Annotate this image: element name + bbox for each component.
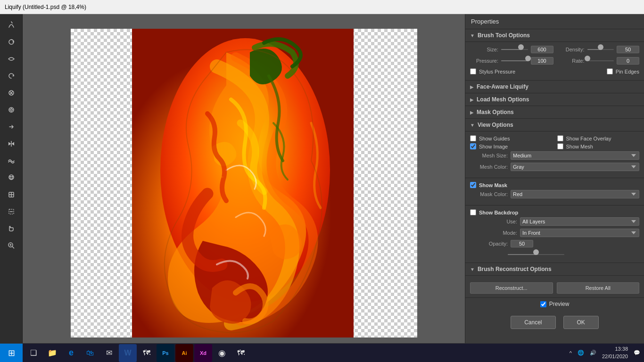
app-body: 🔲 18,4% ▼ Doc: 24,9M/19,5M Properties ▼ … [0, 14, 644, 362]
bloat-tool[interactable] [3, 102, 19, 118]
preview-checkbox[interactable] [540, 301, 546, 307]
twirl-clockwise-tool[interactable] [3, 68, 19, 84]
show-backdrop-label: Show Backdrop [479, 210, 518, 215]
canvas-background [71, 29, 417, 337]
stylus-pressure-row: Stylus Pressure [470, 68, 553, 74]
forward-warp-tool[interactable] [3, 17, 19, 33]
brush-reconstruct-header[interactable]: ▼ Brush Reconstruct Options [465, 263, 644, 276]
show-mask-checkbox[interactable] [470, 182, 476, 188]
properties-title: Properties [465, 14, 644, 29]
hand-tool[interactable] [3, 221, 19, 237]
mask-color-label: Mask Color: [470, 191, 508, 197]
view-options-header[interactable]: ▼ View Options [465, 119, 644, 132]
show-face-overlay-label: Show Face Overlay [566, 136, 611, 141]
show-face-overlay-checkbox[interactable] [557, 135, 563, 141]
size-label: Size: [470, 47, 498, 52]
maps2-button[interactable]: 🗺 [232, 344, 250, 362]
mesh-color-row: Mesh Color: Red Green Blue Gray Black Wh… [470, 163, 639, 171]
show-backdrop-row: Show Backdrop [470, 209, 639, 215]
mode-select[interactable]: In Front Behind [520, 229, 639, 237]
pucker-tool[interactable] [3, 85, 19, 101]
canvas-container[interactable] [23, 14, 465, 352]
cancel-button[interactable]: Cancel [511, 316, 555, 329]
face-aware-title: Face-Aware Liquify [477, 83, 528, 90]
left-toolbar [0, 14, 23, 362]
use-row: Use: All Layers Current Layer [479, 217, 639, 226]
show-image-checkbox[interactable] [470, 143, 476, 149]
opacity-label: Opacity: [479, 241, 508, 247]
freeze-mask-tool[interactable] [3, 187, 19, 203]
smooth-tool[interactable] [3, 51, 19, 67]
turbulence-tool[interactable] [3, 153, 19, 169]
file-explorer-button[interactable]: 📁 [43, 344, 61, 362]
show-image-label: Show Image [479, 144, 508, 149]
thaw-mask-tool[interactable] [3, 204, 19, 220]
face-tool[interactable] [3, 170, 19, 186]
mask-options-header[interactable]: ▶ Mask Options [465, 106, 644, 119]
chrome-button[interactable]: ◉ [213, 344, 231, 362]
mesh-size-select[interactable]: Small Medium Large [511, 151, 639, 160]
face-aware-liquify-header[interactable]: ▶ Face-Aware Liquify [465, 81, 644, 93]
reconstruct-tool[interactable] [3, 34, 19, 50]
pin-edges-checkbox[interactable] [607, 68, 613, 74]
ok-button[interactable]: OK [563, 316, 599, 329]
view-options-body: Show Guides Show Face Overlay Show Image… [465, 132, 644, 178]
show-mesh-row: Show Mesh [557, 143, 640, 149]
reconstruct-button[interactable]: Reconstruct... [470, 282, 553, 294]
size-slider[interactable] [501, 46, 528, 53]
show-backdrop-checkbox[interactable] [470, 209, 476, 215]
opacity-slider[interactable] [508, 251, 564, 258]
pressure-label: Pressure: [470, 58, 498, 64]
notification-icon[interactable]: 💬 [634, 350, 640, 356]
mirror-tool[interactable] [3, 136, 19, 152]
mask-color-select[interactable]: Red Green Blue Yellow White [511, 190, 639, 198]
store-button[interactable]: 🛍 [81, 344, 99, 362]
pressure-slider[interactable] [501, 58, 528, 64]
maps-button[interactable]: 🗺 [138, 344, 156, 362]
use-label: Use: [479, 219, 517, 224]
mesh-color-select[interactable]: Red Green Blue Gray Black White [511, 163, 639, 171]
rate-value[interactable] [617, 57, 639, 65]
face-aware-arrow: ▶ [470, 84, 474, 90]
brush-tool-options-header[interactable]: ▼ Brush Tool Options [465, 29, 644, 42]
zoom-tool[interactable] [3, 238, 19, 254]
size-value[interactable] [531, 46, 553, 53]
mesh-color-label: Mesh Color: [470, 164, 508, 170]
density-slider[interactable] [587, 46, 614, 53]
canvas-image [132, 29, 354, 337]
opacity-value[interactable] [511, 240, 533, 247]
show-mask-label: Show Mask [479, 182, 507, 188]
load-mesh-arrow: ▶ [470, 97, 474, 102]
system-tray-chevron[interactable]: ^ [570, 350, 572, 356]
view-options-arrow: ▼ [470, 123, 475, 128]
taskbar-time: 13:38 22/01/2020 [602, 346, 628, 360]
mail-button[interactable]: ✉ [100, 344, 118, 362]
pressure-value[interactable] [531, 57, 553, 65]
show-guides-checkbox[interactable] [470, 135, 476, 141]
date-display: 22/01/2020 [602, 353, 628, 360]
photoshop-button[interactable]: Ps [157, 344, 174, 362]
show-mesh-checkbox[interactable] [557, 143, 563, 149]
use-select[interactable]: All Layers Current Layer [520, 217, 639, 226]
preview-label: Preview [549, 301, 570, 307]
start-button[interactable]: ⊞ [0, 344, 23, 362]
word-button[interactable]: W [119, 344, 137, 362]
show-mask-body: Show Mask Mask Color: Red Green Blue Yel… [465, 178, 644, 206]
brush-reconstruct-arrow: ▼ [470, 267, 475, 272]
show-backdrop-body: Show Backdrop Use: All Layers Current La… [465, 206, 644, 263]
rate-slider[interactable] [587, 58, 614, 64]
show-mesh-label: Show Mesh [566, 144, 593, 149]
illustrator-button[interactable]: Ai [175, 344, 193, 362]
mask-color-row: Mask Color: Red Green Blue Yellow White [470, 190, 639, 198]
edge-button[interactable]: e [62, 344, 80, 362]
task-view-button[interactable]: ❑ [25, 344, 42, 362]
density-value[interactable] [617, 46, 639, 53]
load-mesh-options-header[interactable]: ▶ Load Mesh Options [465, 93, 644, 106]
xd-button[interactable]: Xd [194, 344, 212, 362]
restore-all-button[interactable]: Restore All [557, 282, 640, 294]
push-left-tool[interactable] [3, 119, 19, 135]
right-panel: Properties ▼ Brush Tool Options Size: De… [465, 14, 644, 362]
title-bar: Liquify (Untitled-1.psd @ 18,4%) [0, 0, 644, 14]
stylus-pressure-checkbox[interactable] [470, 68, 476, 74]
show-face-overlay-row: Show Face Overlay [557, 135, 640, 141]
